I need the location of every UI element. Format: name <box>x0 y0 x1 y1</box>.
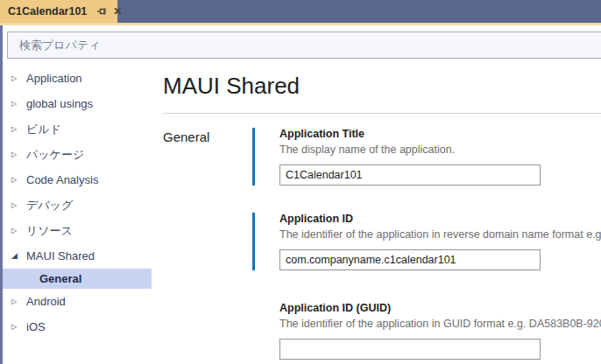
sidebar-item-build[interactable]: ▷ ビルド <box>3 116 152 142</box>
sidebar-item-ios[interactable]: ▷ iOS <box>3 314 152 340</box>
modified-indicator-bar <box>252 128 255 186</box>
chevron-collapsed-icon: ▷ <box>11 228 19 234</box>
page-title: MAUI Shared <box>163 71 601 101</box>
field-description: The identifier of the application in rev… <box>279 228 601 242</box>
section-label: General <box>163 128 252 360</box>
field-label: Application ID (GUID) <box>279 302 601 315</box>
sidebar-item-label: Android <box>26 295 66 308</box>
field-label: Application ID <box>279 213 601 226</box>
field-description: The display name of the application. <box>279 143 541 157</box>
sidebar-item-label: global usings <box>26 97 93 110</box>
sidebar-item-maui-shared[interactable]: ◢ MAUI Shared <box>3 243 152 269</box>
sidebar-item-debug[interactable]: ▷ デバッグ <box>3 192 152 218</box>
sidebar-item-package[interactable]: ▷ パッケージ <box>3 142 152 167</box>
divider <box>163 113 601 114</box>
properties-sidebar: ▷ Application ▷ global usings ▷ ビルド ▷ パッ… <box>3 59 152 364</box>
tab-bar: C1Calendar101 ✕ <box>0 0 601 23</box>
sidebar-item-label: MAUI Shared <box>26 249 95 262</box>
settings-panel: MAUI Shared General Application Title Th… <box>152 59 601 364</box>
chevron-collapsed-icon: ▷ <box>11 177 19 184</box>
search-input[interactable] <box>7 32 601 59</box>
fields-column: Application Title The display name of th… <box>252 128 601 360</box>
sidebar-item-label: Application <box>26 72 82 85</box>
application-id-input[interactable] <box>279 249 541 270</box>
document-tab[interactable]: C1Calendar101 ✕ <box>0 0 117 23</box>
sidebar-item-label: リソース <box>26 223 73 239</box>
chevron-collapsed-icon: ▷ <box>11 202 19 209</box>
chevron-collapsed-icon: ▷ <box>11 126 19 133</box>
document-area: ▷ Application ▷ global usings ▷ ビルド ▷ パッ… <box>0 25 601 364</box>
field-label: Application Title <box>279 128 541 141</box>
chevron-collapsed-icon: ▷ <box>11 298 19 305</box>
sidebar-item-label: Code Analysis <box>26 173 98 186</box>
chevron-collapsed-icon: ▷ <box>11 75 19 82</box>
field-group-application-title: Application Title The display name of th… <box>252 128 601 186</box>
chevron-collapsed-icon: ▷ <box>11 151 19 158</box>
sidebar-item-label: iOS <box>26 320 46 333</box>
field-group-application-id: Application ID The identifier of the app… <box>252 213 601 270</box>
tab-title: C1Calendar101 <box>8 5 87 18</box>
chevron-expanded-icon: ◢ <box>11 252 19 260</box>
application-title-input[interactable] <box>279 164 541 186</box>
pin-icon[interactable] <box>96 6 107 17</box>
sidebar-item-application[interactable]: ▷ Application <box>3 66 152 91</box>
sidebar-item-label: General <box>39 272 81 285</box>
field-description: The identifier of the application in GUI… <box>279 317 601 331</box>
indicator-bar-placeholder <box>252 302 255 360</box>
modified-indicator-bar <box>252 213 255 270</box>
sidebar-item-label: ビルド <box>26 122 61 137</box>
application-guid-input[interactable] <box>279 339 541 360</box>
sidebar-item-global-usings[interactable]: ▷ global usings <box>3 91 152 116</box>
close-icon[interactable]: ✕ <box>113 6 122 17</box>
sidebar-item-general[interactable]: General <box>3 269 152 289</box>
sidebar-item-code-analysis[interactable]: ▷ Code Analysis <box>3 167 152 192</box>
chevron-collapsed-icon: ▷ <box>11 324 19 331</box>
sidebar-item-label: デバッグ <box>26 198 73 214</box>
sidebar-item-label: パッケージ <box>26 147 84 163</box>
sidebar-item-resources[interactable]: ▷ リソース <box>3 218 152 243</box>
chevron-collapsed-icon: ▷ <box>11 101 19 108</box>
field-group-application-guid: Application ID (GUID) The identifier of … <box>252 302 601 360</box>
sidebar-item-android[interactable]: ▷ Android <box>3 289 152 314</box>
search-row <box>3 25 601 59</box>
